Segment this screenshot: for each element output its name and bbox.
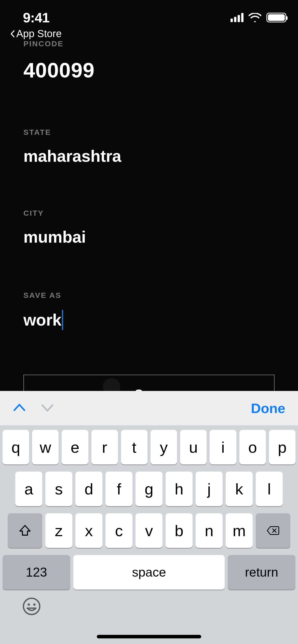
shift-key[interactable] (8, 513, 42, 548)
text-caret (62, 310, 63, 330)
key-i[interactable]: i (210, 430, 236, 464)
keyboard-done-button[interactable]: Done (251, 400, 285, 416)
pincode-label: PINCODE (23, 39, 275, 48)
key-a[interactable]: a (15, 472, 42, 506)
chevron-left-icon (10, 30, 15, 38)
state-value[interactable]: maharashtra (23, 147, 275, 166)
key-s[interactable]: s (45, 472, 72, 506)
key-g[interactable]: g (136, 472, 162, 506)
key-b[interactable]: b (166, 513, 193, 548)
key-v[interactable]: v (136, 513, 162, 548)
key-f[interactable]: f (105, 472, 132, 506)
key-j[interactable]: j (196, 472, 223, 506)
address-form: PINCODE 400099 STATE maharashtra CITY mu… (0, 39, 298, 413)
keyboard-keys: q w e r t y u i o p a s d f g h j k l (0, 425, 298, 644)
svg-point-3 (28, 604, 30, 606)
key-l[interactable]: l (256, 472, 283, 506)
status-bar: 9:41 App Store (0, 0, 298, 28)
chevron-up-icon (13, 401, 26, 414)
pincode-field[interactable]: PINCODE 400099 (23, 39, 275, 82)
shift-icon (18, 524, 32, 537)
key-w[interactable]: w (32, 430, 59, 464)
state-label: STATE (23, 128, 275, 137)
key-x[interactable]: x (75, 513, 102, 548)
key-u[interactable]: u (180, 430, 207, 464)
back-to-app-store[interactable]: App Store (10, 28, 62, 39)
numeric-key[interactable]: 123 (3, 555, 70, 590)
prev-field-button[interactable] (13, 401, 26, 415)
key-p[interactable]: p (269, 430, 295, 464)
keyboard-bottom (3, 590, 295, 635)
save-as-field[interactable]: SAVE AS work (23, 291, 275, 330)
key-z[interactable]: z (45, 513, 72, 548)
backspace-key[interactable] (256, 513, 290, 548)
save-as-value[interactable]: work (23, 310, 275, 330)
key-n[interactable]: n (196, 513, 223, 548)
city-value[interactable]: mumbai (23, 228, 275, 246)
keyboard-row-4: 123 space return (3, 555, 295, 590)
backspace-icon (266, 524, 280, 537)
space-key[interactable]: space (73, 555, 225, 590)
emoji-icon (22, 597, 41, 616)
battery-icon (266, 13, 286, 22)
status-time: 9:41 (23, 10, 49, 25)
keyboard-toolbar: Done (0, 391, 298, 425)
breadcrumb-label: App Store (16, 28, 62, 39)
next-field-button[interactable] (41, 401, 54, 415)
keyboard: Done q w e r t y u i o p a s d f g h j k… (0, 391, 298, 644)
return-key[interactable]: return (228, 555, 295, 590)
svg-point-2 (23, 598, 40, 614)
key-t[interactable]: t (121, 430, 147, 464)
city-field[interactable]: CITY mumbai (23, 209, 275, 246)
key-k[interactable]: k (226, 472, 253, 506)
key-e[interactable]: e (62, 430, 88, 464)
key-m[interactable]: m (226, 513, 253, 548)
pincode-value[interactable]: 400099 (23, 58, 275, 82)
wifi-icon (249, 13, 261, 22)
key-h[interactable]: h (166, 472, 193, 506)
key-o[interactable]: o (239, 430, 266, 464)
svg-point-4 (33, 604, 36, 606)
emoji-key[interactable] (22, 597, 41, 617)
city-label: CITY (23, 209, 275, 217)
key-r[interactable]: r (91, 430, 118, 464)
key-y[interactable]: y (151, 430, 177, 464)
save-as-text: work (23, 311, 61, 329)
keyboard-row-2: a s d f g h j k l (3, 472, 295, 506)
key-d[interactable]: d (75, 472, 102, 506)
state-field[interactable]: STATE maharashtra (23, 128, 275, 166)
keyboard-row-1: q w e r t y u i o p (3, 430, 295, 464)
keyboard-row-3: z x c v b n m (3, 513, 295, 548)
save-as-label: SAVE AS (23, 291, 275, 300)
home-indicator[interactable] (97, 635, 201, 638)
cellular-signal-icon (231, 13, 243, 22)
chevron-down-icon (41, 401, 54, 414)
key-q[interactable]: q (3, 430, 29, 464)
key-c[interactable]: c (105, 513, 132, 548)
status-right (231, 13, 286, 22)
